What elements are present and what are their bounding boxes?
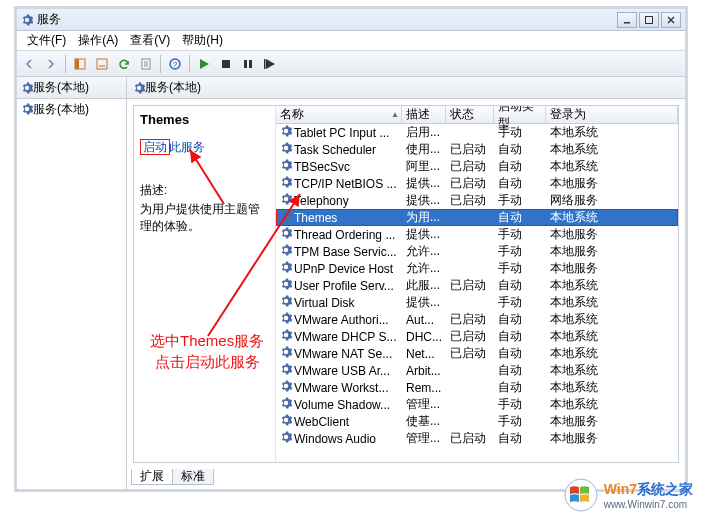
gear-icon bbox=[280, 227, 292, 242]
menu-file[interactable]: 文件(F) bbox=[21, 32, 72, 49]
gear-icon bbox=[21, 82, 33, 94]
list-header: 名称▲ 描述 状态 启动类型 登录为 bbox=[276, 106, 678, 124]
service-row[interactable]: Task Scheduler使用...已启动自动本地系统 bbox=[276, 141, 678, 158]
col-name[interactable]: 名称▲ bbox=[276, 106, 402, 123]
service-row[interactable]: Volume Shadow...管理...手动本地系统 bbox=[276, 396, 678, 413]
cell-logon: 本地系统 bbox=[546, 124, 678, 141]
start-service-button[interactable] bbox=[194, 54, 214, 74]
cell-name: VMware DHCP S... bbox=[276, 329, 402, 344]
tab-standard[interactable]: 标准 bbox=[172, 469, 214, 485]
cell-name: Windows Audio bbox=[276, 431, 402, 446]
minimize-button[interactable] bbox=[617, 12, 637, 28]
cell-desc: 启用... bbox=[402, 124, 446, 141]
service-row[interactable]: TCP/IP NetBIOS ...提供...已启动自动本地服务 bbox=[276, 175, 678, 192]
service-row[interactable]: TPM Base Servic...允许...手动本地服务 bbox=[276, 243, 678, 260]
show-hide-button[interactable] bbox=[70, 54, 90, 74]
service-row[interactable]: Thread Ordering ...提供...手动本地服务 bbox=[276, 226, 678, 243]
cell-name: Tablet PC Input ... bbox=[276, 125, 402, 140]
cell-name: Task Scheduler bbox=[276, 142, 402, 157]
cell-logon: 本地服务 bbox=[546, 243, 678, 260]
main-header: 服务(本地) bbox=[127, 77, 685, 99]
gear-icon bbox=[280, 329, 292, 344]
nav-tab[interactable]: 服务(本地) bbox=[17, 77, 126, 99]
titlebar[interactable]: 服务 bbox=[17, 9, 685, 31]
col-desc[interactable]: 描述 bbox=[402, 106, 446, 123]
restart-service-button[interactable] bbox=[260, 54, 280, 74]
gear-icon bbox=[280, 278, 292, 293]
gear-icon bbox=[280, 414, 292, 429]
cell-desc: Net... bbox=[402, 347, 446, 361]
service-row[interactable]: TBSecSvc阿里...已启动自动本地系统 bbox=[276, 158, 678, 175]
forward-button[interactable] bbox=[41, 54, 61, 74]
watermark-brand1: Win7 bbox=[604, 481, 637, 497]
cell-startup: 手动 bbox=[494, 192, 546, 209]
cell-logon: 本地系统 bbox=[546, 209, 678, 226]
service-row[interactable]: Themes为用...自动本地系统 bbox=[276, 209, 678, 226]
cell-desc: 管理... bbox=[402, 396, 446, 413]
cell-startup: 自动 bbox=[494, 328, 546, 345]
help-button[interactable]: ? bbox=[165, 54, 185, 74]
service-row[interactable]: User Profile Serv...此服...已启动自动本地系统 bbox=[276, 277, 678, 294]
menu-view[interactable]: 查看(V) bbox=[124, 32, 176, 49]
cell-logon: 本地服务 bbox=[546, 226, 678, 243]
svg-rect-3 bbox=[75, 59, 79, 69]
service-row[interactable]: UPnP Device Host允许...手动本地服务 bbox=[276, 260, 678, 277]
cell-name: Thread Ordering ... bbox=[276, 227, 402, 242]
selected-service-title: Themes bbox=[140, 112, 269, 127]
start-service-link[interactable]: 启动此服务 bbox=[140, 139, 269, 156]
cell-name: VMware Authori... bbox=[276, 312, 402, 327]
pause-service-button[interactable] bbox=[238, 54, 258, 74]
cell-desc: Aut... bbox=[402, 313, 446, 327]
cell-name: VMware USB Ar... bbox=[276, 363, 402, 378]
service-row[interactable]: Tablet PC Input ...启用...手动本地系统 bbox=[276, 124, 678, 141]
cell-desc: 提供... bbox=[402, 226, 446, 243]
cell-logon: 本地系统 bbox=[546, 362, 678, 379]
nav-item-services-local[interactable]: 服务(本地) bbox=[17, 99, 126, 119]
service-row[interactable]: VMware Workst...Rem...自动本地系统 bbox=[276, 379, 678, 396]
close-button[interactable] bbox=[661, 12, 681, 28]
col-logon[interactable]: 登录为 bbox=[546, 106, 678, 123]
service-row[interactable]: Telephony提供...已启动手动网络服务 bbox=[276, 192, 678, 209]
stop-service-button[interactable] bbox=[216, 54, 236, 74]
cell-startup: 自动 bbox=[494, 345, 546, 362]
toolbar: ? bbox=[17, 51, 685, 77]
description-label: 描述: bbox=[140, 182, 269, 199]
service-row[interactable]: VMware NAT Se...Net...已启动自动本地系统 bbox=[276, 345, 678, 362]
service-row[interactable]: VMware DHCP S...DHC...已启动自动本地系统 bbox=[276, 328, 678, 345]
cell-desc: 允许... bbox=[402, 260, 446, 277]
maximize-button[interactable] bbox=[639, 12, 659, 28]
cell-desc: 管理... bbox=[402, 430, 446, 447]
cell-startup: 手动 bbox=[494, 243, 546, 260]
cell-startup: 自动 bbox=[494, 277, 546, 294]
export-button[interactable] bbox=[92, 54, 112, 74]
menu-action[interactable]: 操作(A) bbox=[72, 32, 124, 49]
list-body[interactable]: Tablet PC Input ...启用...手动本地系统Task Sched… bbox=[276, 124, 678, 462]
windows-logo-icon bbox=[564, 478, 598, 512]
service-row[interactable]: Windows Audio管理...已启动自动本地服务 bbox=[276, 430, 678, 447]
service-row[interactable]: WebClient使基...手动本地服务 bbox=[276, 413, 678, 430]
col-startup[interactable]: 启动类型 bbox=[494, 106, 546, 123]
menu-help[interactable]: 帮助(H) bbox=[176, 32, 229, 49]
svg-rect-1 bbox=[646, 16, 653, 23]
gear-icon bbox=[280, 312, 292, 327]
cell-logon: 本地服务 bbox=[546, 413, 678, 430]
start-link-suffix: 此服务 bbox=[169, 140, 205, 154]
service-row[interactable]: VMware Authori...Aut...已启动自动本地系统 bbox=[276, 311, 678, 328]
cell-startup: 手动 bbox=[494, 260, 546, 277]
service-row[interactable]: VMware USB Ar...Arbit...自动本地系统 bbox=[276, 362, 678, 379]
cell-logon: 本地系统 bbox=[546, 379, 678, 396]
back-button[interactable] bbox=[19, 54, 39, 74]
cell-state: 已启动 bbox=[446, 430, 494, 447]
properties-button[interactable] bbox=[136, 54, 156, 74]
service-row[interactable]: Virtual Disk提供...手动本地系统 bbox=[276, 294, 678, 311]
cell-logon: 本地系统 bbox=[546, 345, 678, 362]
cell-state: 已启动 bbox=[446, 141, 494, 158]
col-state[interactable]: 状态 bbox=[446, 106, 494, 123]
cell-logon: 本地服务 bbox=[546, 175, 678, 192]
tab-extended[interactable]: 扩展 bbox=[131, 469, 173, 485]
cell-logon: 网络服务 bbox=[546, 192, 678, 209]
cell-desc: 提供... bbox=[402, 175, 446, 192]
cell-startup: 手动 bbox=[494, 226, 546, 243]
start-link-prefix: 启动 bbox=[140, 139, 170, 155]
refresh-button[interactable] bbox=[114, 54, 134, 74]
